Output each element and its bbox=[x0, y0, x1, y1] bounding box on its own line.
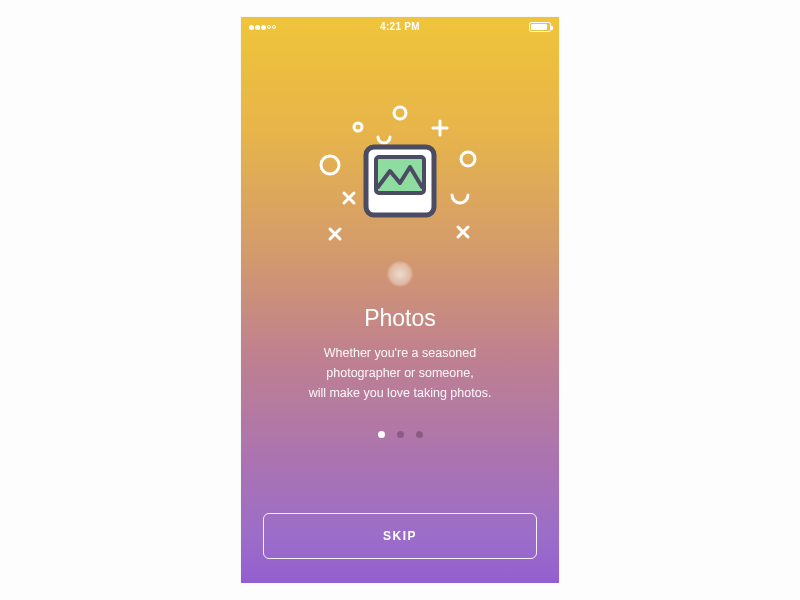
pagination-dots[interactable] bbox=[241, 431, 559, 438]
signal-strength-icon bbox=[249, 25, 276, 30]
svg-point-1 bbox=[354, 123, 362, 131]
photo-icon bbox=[366, 147, 434, 215]
onboarding-title: Photos bbox=[241, 305, 559, 332]
body-line: Whether you're a seasoned bbox=[324, 346, 476, 360]
page-dot-3[interactable] bbox=[416, 431, 423, 438]
status-bar: 4:21 PM bbox=[241, 17, 559, 37]
body-line: will make you love taking photos. bbox=[309, 386, 492, 400]
onboarding-body: Whether you're a seasoned photographer o… bbox=[271, 343, 529, 403]
page-dot-2[interactable] bbox=[397, 431, 404, 438]
status-time: 4:21 PM bbox=[380, 21, 420, 32]
skip-button-label: SKIP bbox=[383, 529, 417, 543]
page-dot-1[interactable] bbox=[378, 431, 385, 438]
hero-illustration bbox=[300, 107, 500, 247]
svg-point-9 bbox=[461, 152, 475, 166]
body-line: photographer or someone, bbox=[326, 366, 473, 380]
onboarding-screen: 4:21 PM bbox=[241, 17, 559, 583]
touch-indicator bbox=[387, 261, 413, 287]
skip-button[interactable]: SKIP bbox=[263, 513, 537, 559]
svg-point-0 bbox=[394, 107, 406, 119]
svg-point-2 bbox=[321, 156, 339, 174]
battery-icon bbox=[529, 22, 551, 32]
